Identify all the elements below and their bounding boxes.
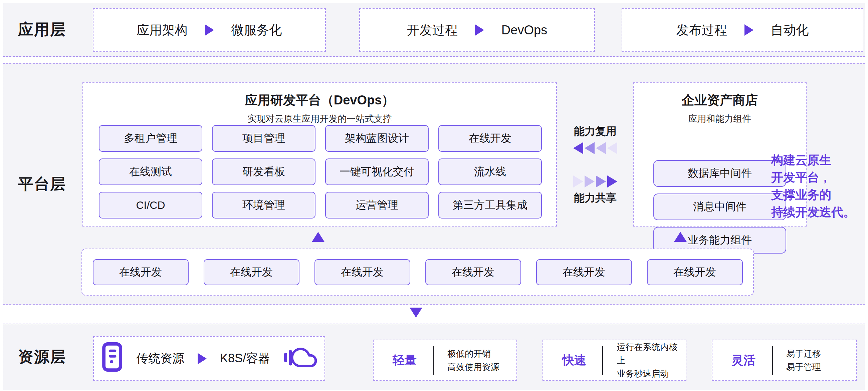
runtime-chip: 在线开发 xyxy=(314,259,410,285)
left-triangle-icon xyxy=(585,142,595,154)
platform-layer-label: 平台层 xyxy=(18,174,66,195)
feature-keyword: 轻量 xyxy=(393,352,418,369)
divider xyxy=(602,346,603,374)
right-arrow-icon xyxy=(744,24,753,36)
capability-grid: 多租户管理 项目管理 架构蓝图设计 在线开发 在线测试 研发看板 一键可视化交付… xyxy=(99,125,542,219)
app-box-devprocess: 开发过程 DevOps xyxy=(359,8,595,52)
component-chip: 数据库中间件 xyxy=(653,160,786,187)
capability-chip: 流水线 xyxy=(438,159,542,185)
feature-line: 运行在系统内核上 xyxy=(617,340,686,367)
app-box-from: 应用架构 xyxy=(137,22,188,39)
capability-chip: 项目管理 xyxy=(212,125,315,152)
resource-layer-label: 资源层 xyxy=(18,347,66,367)
store-panel-subtitle: 应用和能力组件 xyxy=(633,113,806,125)
up-arrow-icon xyxy=(312,232,324,242)
devops-panel-subtitle: 实现对云原生应用开发的一站式支撑 xyxy=(83,113,556,125)
store-panel-title: 企业资产商店 xyxy=(633,92,806,109)
runtime-chip: 在线开发 xyxy=(425,259,521,285)
feature-keyword: 快速 xyxy=(562,352,587,369)
capability-chip: 多租户管理 xyxy=(99,125,202,152)
right-triangle-icon xyxy=(573,175,583,188)
feature-box-lightweight: 轻量 极低的开销 高效使用资源 xyxy=(373,339,517,381)
runtime-chip: 在线开发 xyxy=(536,259,632,285)
left-triangle-icon xyxy=(596,142,606,154)
right-triangle-icon xyxy=(596,175,606,188)
capability-chip: 架构蓝图设计 xyxy=(325,125,429,152)
app-box-architecture: 应用架构 微服务化 xyxy=(93,8,326,52)
resource-migration-box: 传统资源 K8S/容器 xyxy=(93,336,325,381)
slogan-line: 开发平台， xyxy=(771,169,868,186)
devops-panel: 应用研发平台（DevOps） 实现对云原生应用开发的一站式支撑 多租户管理 项目… xyxy=(83,83,557,227)
app-box-to: 微服务化 xyxy=(231,22,282,39)
capability-connector: 能力复用 能力共享 xyxy=(556,124,634,205)
app-layer: 应用层 应用架构 微服务化 开发过程 DevOps 发布过程 自动化 xyxy=(3,3,865,57)
capability-share-arrows-icon xyxy=(572,175,618,188)
left-triangle-icon xyxy=(573,142,583,154)
runtime-chip: 在线开发 xyxy=(647,259,743,285)
runtime-panel: 在线开发 在线开发 在线开发 在线开发 在线开发 在线开发 xyxy=(82,249,754,296)
slogan: 构建云原生 开发平台， 支撑业务的 持续开发迭代。 xyxy=(771,152,868,221)
feature-line: 易于管理 xyxy=(786,360,821,373)
devops-panel-title: 应用研发平台（DevOps） xyxy=(83,92,556,109)
capability-chip: CI/CD xyxy=(99,192,202,219)
server-icon xyxy=(101,342,123,375)
capability-chip: 研发看板 xyxy=(212,159,315,185)
right-arrow-icon xyxy=(475,24,484,36)
slogan-line: 持续开发迭代。 xyxy=(771,203,868,221)
component-chip: 消息中间件 xyxy=(653,194,786,220)
capability-chip: 在线开发 xyxy=(438,125,542,152)
runtime-chip: 在线开发 xyxy=(93,259,189,285)
feature-line: 业务秒速启动 xyxy=(617,367,686,380)
migration-to: K8S/容器 xyxy=(220,350,270,367)
feature-line: 极低的开销 xyxy=(447,347,499,360)
capability-reuse-arrows-icon xyxy=(572,142,618,154)
capability-reuse-label: 能力复用 xyxy=(574,124,617,139)
resource-layer: 资源层 传统资源 K8S/容器 轻量 极低的开销 xyxy=(3,324,865,390)
right-triangle-icon xyxy=(607,175,617,188)
feature-box-fast: 快速 运行在系统内核上 业务秒速启动 xyxy=(542,339,686,381)
app-box-to: 自动化 xyxy=(771,22,809,39)
down-arrow-icon xyxy=(410,307,422,318)
app-box-release: 发布过程 自动化 xyxy=(622,8,863,52)
capability-chip: 一键可视化交付 xyxy=(325,159,429,185)
up-arrow-icon xyxy=(674,232,687,242)
app-box-from: 开发过程 xyxy=(407,22,458,39)
app-box-from: 发布过程 xyxy=(676,22,727,39)
migration-from: 传统资源 xyxy=(136,350,184,367)
capability-chip: 第三方工具集成 xyxy=(438,192,542,219)
app-box-to: DevOps xyxy=(501,23,547,37)
capability-chip: 环境管理 xyxy=(212,192,315,219)
divider xyxy=(433,346,434,374)
feature-line: 易于迁移 xyxy=(786,347,821,360)
capability-chip: 在线测试 xyxy=(99,159,202,185)
capability-chip: 运营管理 xyxy=(325,192,429,219)
slogan-line: 构建云原生 xyxy=(771,152,868,169)
right-arrow-icon xyxy=(205,24,214,36)
platform-layer: 平台层 应用研发平台（DevOps） 实现对云原生应用开发的一站式支撑 多租户管… xyxy=(3,63,865,304)
runtime-chip: 在线开发 xyxy=(204,259,300,285)
right-triangle-icon xyxy=(585,175,595,188)
feature-keyword: 灵活 xyxy=(732,352,757,369)
slogan-line: 支撑业务的 xyxy=(771,186,868,203)
app-layer-label: 应用层 xyxy=(18,19,66,40)
right-arrow-icon xyxy=(198,353,207,364)
feature-box-flexible: 灵活 易于迁移 易于管理 xyxy=(712,339,857,381)
feature-line: 高效使用资源 xyxy=(447,360,499,373)
cloud-icon xyxy=(283,344,317,373)
left-triangle-icon xyxy=(607,142,617,154)
capability-share-label: 能力共享 xyxy=(574,191,617,205)
divider xyxy=(772,346,773,374)
